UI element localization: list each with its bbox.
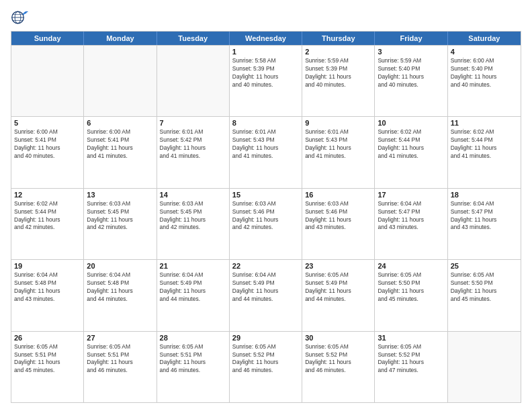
header-saturday: Saturday xyxy=(448,32,521,45)
day-number: 29 xyxy=(232,334,299,342)
cell-details: Sunrise: 6:04 AMSunset: 5:47 PMDaylight:… xyxy=(378,200,444,232)
cal-cell-r2-c0: 12Sunrise: 6:02 AMSunset: 5:44 PMDayligh… xyxy=(11,189,84,259)
cell-details: Sunrise: 6:01 AMSunset: 5:43 PMDaylight:… xyxy=(232,128,299,161)
cal-cell-r1-c0: 5Sunrise: 6:00 AMSunset: 5:41 PMDaylight… xyxy=(11,117,84,187)
calendar: Sunday Monday Tuesday Wednesday Thursday… xyxy=(11,31,521,403)
day-number: 20 xyxy=(87,262,153,270)
cal-row-2: 12Sunrise: 6:02 AMSunset: 5:44 PMDayligh… xyxy=(11,188,521,259)
day-number: 24 xyxy=(378,262,444,270)
cal-cell-r2-c4: 16Sunrise: 6:03 AMSunset: 5:46 PMDayligh… xyxy=(302,189,375,259)
day-number: 30 xyxy=(305,334,371,342)
cell-details: Sunrise: 6:02 AMSunset: 5:44 PMDaylight:… xyxy=(378,128,444,161)
logo xyxy=(11,8,32,27)
header xyxy=(11,8,521,27)
day-number: 27 xyxy=(87,334,153,342)
day-number: 18 xyxy=(451,191,518,199)
cal-cell-r3-c4: 23Sunrise: 6:05 AMSunset: 5:49 PMDayligh… xyxy=(302,260,375,330)
cal-cell-r0-c1 xyxy=(84,46,157,116)
cell-details: Sunrise: 5:58 AMSunset: 5:39 PMDaylight:… xyxy=(232,57,299,89)
cal-row-0: 1Sunrise: 5:58 AMSunset: 5:39 PMDaylight… xyxy=(11,45,521,116)
cell-details: Sunrise: 6:03 AMSunset: 5:46 PMDaylight:… xyxy=(232,200,299,232)
cal-row-3: 19Sunrise: 6:04 AMSunset: 5:48 PMDayligh… xyxy=(11,259,521,330)
cal-cell-r4-c2: 28Sunrise: 6:05 AMSunset: 5:51 PMDayligh… xyxy=(157,332,230,402)
cal-cell-r2-c5: 17Sunrise: 6:04 AMSunset: 5:47 PMDayligh… xyxy=(375,189,447,259)
cal-cell-r4-c5: 31Sunrise: 6:05 AMSunset: 5:52 PMDayligh… xyxy=(375,332,447,402)
cal-cell-r2-c1: 13Sunrise: 6:03 AMSunset: 5:45 PMDayligh… xyxy=(84,189,157,259)
cell-details: Sunrise: 6:05 AMSunset: 5:51 PMDaylight:… xyxy=(87,343,153,375)
cell-details: Sunrise: 5:59 AMSunset: 5:40 PMDaylight:… xyxy=(378,57,444,89)
cal-cell-r4-c1: 27Sunrise: 6:05 AMSunset: 5:51 PMDayligh… xyxy=(84,332,157,402)
day-number: 12 xyxy=(14,191,81,199)
cell-details: Sunrise: 6:05 AMSunset: 5:52 PMDaylight:… xyxy=(378,343,444,375)
day-number: 3 xyxy=(378,48,444,56)
day-number: 17 xyxy=(378,191,444,199)
day-number: 14 xyxy=(160,191,226,199)
header-wednesday: Wednesday xyxy=(230,32,302,45)
cell-details: Sunrise: 6:04 AMSunset: 5:47 PMDaylight:… xyxy=(451,200,518,232)
cal-cell-r1-c6: 11Sunrise: 6:02 AMSunset: 5:44 PMDayligh… xyxy=(448,117,521,187)
cal-cell-r1-c5: 10Sunrise: 6:02 AMSunset: 5:44 PMDayligh… xyxy=(375,117,447,187)
day-number: 10 xyxy=(378,119,444,127)
cal-cell-r2-c6: 18Sunrise: 6:04 AMSunset: 5:47 PMDayligh… xyxy=(448,189,521,259)
day-number: 8 xyxy=(232,119,299,127)
cal-cell-r0-c5: 3Sunrise: 5:59 AMSunset: 5:40 PMDaylight… xyxy=(375,46,447,116)
cal-cell-r3-c2: 21Sunrise: 6:04 AMSunset: 5:49 PMDayligh… xyxy=(157,260,230,330)
day-number: 28 xyxy=(160,334,226,342)
header-friday: Friday xyxy=(375,32,447,45)
cal-cell-r0-c2 xyxy=(157,46,230,116)
cal-cell-r2-c2: 14Sunrise: 6:03 AMSunset: 5:45 PMDayligh… xyxy=(157,189,230,259)
day-number: 19 xyxy=(14,262,81,270)
day-number: 15 xyxy=(232,191,299,199)
cell-details: Sunrise: 6:03 AMSunset: 5:45 PMDaylight:… xyxy=(160,200,226,232)
cal-cell-r2-c3: 15Sunrise: 6:03 AMSunset: 5:46 PMDayligh… xyxy=(230,189,302,259)
day-number: 23 xyxy=(305,262,371,270)
cell-details: Sunrise: 6:05 AMSunset: 5:49 PMDaylight:… xyxy=(305,271,371,304)
cal-cell-r1-c3: 8Sunrise: 6:01 AMSunset: 5:43 PMDaylight… xyxy=(230,117,302,187)
cell-details: Sunrise: 6:04 AMSunset: 5:49 PMDaylight:… xyxy=(160,271,226,304)
day-number: 6 xyxy=(87,119,153,127)
cell-details: Sunrise: 6:01 AMSunset: 5:42 PMDaylight:… xyxy=(160,128,226,161)
cal-cell-r3-c3: 22Sunrise: 6:04 AMSunset: 5:49 PMDayligh… xyxy=(230,260,302,330)
cell-details: Sunrise: 6:02 AMSunset: 5:44 PMDaylight:… xyxy=(14,200,81,232)
day-number: 11 xyxy=(451,119,518,127)
cell-details: Sunrise: 6:03 AMSunset: 5:46 PMDaylight:… xyxy=(305,200,371,232)
cell-details: Sunrise: 6:05 AMSunset: 5:50 PMDaylight:… xyxy=(451,271,518,304)
cal-cell-r3-c1: 20Sunrise: 6:04 AMSunset: 5:48 PMDayligh… xyxy=(84,260,157,330)
cell-details: Sunrise: 6:02 AMSunset: 5:44 PMDaylight:… xyxy=(451,128,518,161)
cal-cell-r0-c3: 1Sunrise: 5:58 AMSunset: 5:39 PMDaylight… xyxy=(230,46,302,116)
cal-cell-r3-c6: 25Sunrise: 6:05 AMSunset: 5:50 PMDayligh… xyxy=(448,260,521,330)
cal-cell-r1-c2: 7Sunrise: 6:01 AMSunset: 5:42 PMDaylight… xyxy=(157,117,230,187)
cal-cell-r1-c1: 6Sunrise: 6:00 AMSunset: 5:41 PMDaylight… xyxy=(84,117,157,187)
day-number: 13 xyxy=(87,191,153,199)
day-number: 7 xyxy=(160,119,226,127)
cell-details: Sunrise: 6:04 AMSunset: 5:48 PMDaylight:… xyxy=(14,271,81,304)
day-number: 21 xyxy=(160,262,226,270)
cal-row-4: 26Sunrise: 6:05 AMSunset: 5:51 PMDayligh… xyxy=(11,331,521,402)
cell-details: Sunrise: 6:05 AMSunset: 5:51 PMDaylight:… xyxy=(14,343,81,375)
cal-cell-r0-c6: 4Sunrise: 6:00 AMSunset: 5:40 PMDaylight… xyxy=(448,46,521,116)
day-number: 2 xyxy=(305,48,371,56)
calendar-body: 1Sunrise: 5:58 AMSunset: 5:39 PMDaylight… xyxy=(11,45,521,402)
day-number: 25 xyxy=(451,262,518,270)
day-number: 22 xyxy=(232,262,299,270)
cell-details: Sunrise: 6:05 AMSunset: 5:52 PMDaylight:… xyxy=(232,343,299,375)
header-sunday: Sunday xyxy=(11,32,84,45)
cell-details: Sunrise: 6:05 AMSunset: 5:52 PMDaylight:… xyxy=(305,343,371,375)
day-number: 1 xyxy=(232,48,299,56)
day-number: 5 xyxy=(14,119,81,127)
day-number: 16 xyxy=(305,191,371,199)
day-number: 9 xyxy=(305,119,371,127)
cell-details: Sunrise: 6:04 AMSunset: 5:48 PMDaylight:… xyxy=(87,271,153,304)
day-number: 26 xyxy=(14,334,81,342)
cell-details: Sunrise: 5:59 AMSunset: 5:39 PMDaylight:… xyxy=(305,57,371,89)
cal-cell-r3-c0: 19Sunrise: 6:04 AMSunset: 5:48 PMDayligh… xyxy=(11,260,84,330)
cal-cell-r3-c5: 24Sunrise: 6:05 AMSunset: 5:50 PMDayligh… xyxy=(375,260,447,330)
cell-details: Sunrise: 6:00 AMSunset: 5:41 PMDaylight:… xyxy=(14,128,81,161)
header-monday: Monday xyxy=(84,32,157,45)
cal-cell-r4-c4: 30Sunrise: 6:05 AMSunset: 5:52 PMDayligh… xyxy=(302,332,375,402)
cal-cell-r0-c0 xyxy=(11,46,84,116)
calendar-header: Sunday Monday Tuesday Wednesday Thursday… xyxy=(11,32,521,45)
cal-row-1: 5Sunrise: 6:00 AMSunset: 5:41 PMDaylight… xyxy=(11,116,521,187)
cell-details: Sunrise: 6:00 AMSunset: 5:41 PMDaylight:… xyxy=(87,128,153,161)
day-number: 4 xyxy=(451,48,518,56)
